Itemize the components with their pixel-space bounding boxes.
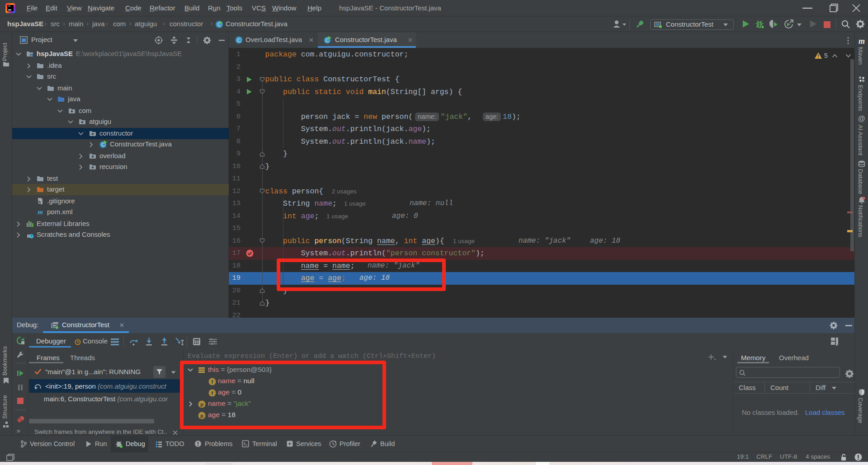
svg-text:m: m [38,208,43,216]
svg-text:C: C [237,38,241,43]
